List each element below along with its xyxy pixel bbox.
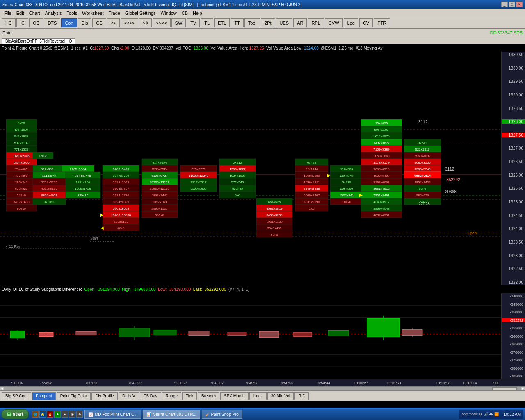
tb-oc[interactable]: OC — [29, 18, 43, 27]
info-bar: Point & Figure Chart 0.25x6 @ESM1 1 sec … — [0, 44, 525, 52]
svg-text:15x1695: 15x1695 — [375, 121, 388, 125]
tb-con[interactable]: Con — [61, 18, 77, 27]
svg-text:3703x3425: 3703x3425 — [113, 167, 129, 171]
time-849: 8:49:22 — [129, 381, 142, 385]
tb-hc[interactable]: HC — [2, 18, 16, 27]
svg-text:32x1144: 32x1144 — [306, 167, 318, 171]
svg-text:6800x4923: 6800x4923 — [41, 194, 57, 197]
price-1325-50: 1325.50 — [502, 186, 525, 191]
svg-text:985x476: 985x476 — [416, 194, 429, 197]
maximize-button[interactable]: □ — [509, 2, 515, 7]
taskbar-md-label: MD FootPrint Chart C... — [95, 412, 137, 417]
svg-text:184x0: 184x0 — [342, 200, 351, 204]
menu-chart[interactable]: Chart — [27, 10, 43, 16]
svg-text:1556x2821: 1556x2821 — [304, 180, 320, 184]
taskbar-icon-4: ★ — [54, 411, 61, 418]
chart-tab-bar: BidAskBarsOnPF_5TickReversal_IQ — [0, 37, 525, 44]
svg-text:1397x169: 1397x169 — [152, 200, 167, 204]
tb-cs[interactable]: CS — [92, 18, 106, 27]
svg-text:▶: ▶ — [359, 193, 363, 197]
tab-es-day[interactable]: ES Day — [140, 392, 161, 400]
menu-window[interactable]: Window — [158, 10, 179, 16]
minimize-button[interactable]: _ — [501, 2, 508, 7]
svg-text:942x1838: 942x1838 — [14, 135, 29, 138]
svg-text:739x30: 739x30 — [78, 194, 89, 197]
menu-file[interactable]: File — [2, 10, 14, 16]
sub-chart-svg — [0, 293, 501, 379]
tb-ptr[interactable]: PTR — [374, 18, 390, 27]
tb-ic[interactable]: IC — [16, 18, 28, 27]
price-1322-50: 1322.50 — [502, 267, 525, 271]
tab-lines[interactable]: Lines — [249, 392, 267, 400]
scroll-left-arrow[interactable]: ◄ — [0, 387, 4, 391]
chart-area: 1330.50 1330.00 1329.50 1329.00 1328.50 … — [0, 52, 525, 285]
tb-ar[interactable]: AR — [293, 18, 307, 27]
tb-ues[interactable]: UES — [276, 18, 293, 27]
tb-rpl[interactable]: RPL — [308, 18, 324, 27]
menu-analysis[interactable]: Analysis — [43, 10, 64, 16]
tb-cvw[interactable]: CVW — [325, 18, 343, 27]
svg-rect-246 — [293, 333, 312, 337]
sub-price-352292: -352292 — [502, 318, 525, 322]
svg-text:4340x3917: 4340x3917 — [373, 200, 390, 204]
tb-ltlt[interactable]: <<>> — [121, 18, 139, 27]
price-1324-00: 1324.00 — [502, 226, 525, 231]
svg-rect-222 — [0, 293, 501, 379]
tab-rd[interactable]: R D — [294, 392, 309, 400]
sub-price-385000: -385000 — [502, 374, 525, 378]
taskbar-time: 10:32 AM — [500, 412, 521, 417]
sub-info-bar: Ovrly-OHLC of Study Subgraphs Difference… — [0, 285, 525, 293]
tb-dis[interactable]: Dis — [78, 18, 92, 27]
tb-dts[interactable]: DTS — [44, 18, 60, 27]
svg-text:▶: ▶ — [327, 173, 331, 178]
h-scrollbar[interactable]: ◄ ► — [0, 386, 525, 390]
scroll-right-arrow[interactable]: ► — [521, 387, 525, 391]
tab-range[interactable]: Range — [162, 392, 181, 400]
tab-footprint[interactable]: Footprint — [32, 392, 55, 400]
title-text: Sierra Chart 683 DTN IQFeed 2011-04-20 1… — [2, 2, 301, 7]
svg-text:295x890: 295x890 — [340, 187, 353, 191]
time-950: 9:50:55 — [281, 381, 293, 385]
start-button[interactable]: ⊞ start — [2, 409, 29, 419]
tb-lt[interactable]: <> — [107, 18, 120, 27]
tab-spx-month[interactable]: SPX Month — [220, 392, 249, 400]
chart-tab-main[interactable]: BidAskBarsOnPF_5TickReversal_IQ — [2, 38, 75, 44]
tb-cv[interactable]: CV — [359, 18, 373, 27]
tab-big-sp-cont[interactable]: Big SP Cont — [2, 392, 31, 400]
menu-tools[interactable]: Tools — [64, 10, 80, 16]
svg-text:2314x1780: 2314x1780 — [113, 194, 129, 197]
tb-2pt[interactable]: 2Pt — [261, 18, 275, 27]
scroll-thumb[interactable] — [492, 387, 517, 390]
menu-help[interactable]: Help — [190, 10, 205, 16]
tab-point-fig-delta[interactable]: Point Fig Delta — [57, 392, 91, 400]
tab-breadth[interactable]: Breadth — [198, 392, 219, 400]
taskbar-paint-shop[interactable]: 🖌 Paint Shop Pro — [202, 410, 242, 419]
tb-tt[interactable]: TT — [231, 18, 243, 27]
svg-text:13703x10538: 13703x10538 — [111, 213, 131, 217]
tab-daily-v[interactable]: Daily V — [119, 392, 139, 400]
tab-dly-profile[interactable]: Dly Profile — [91, 392, 118, 400]
menu-edit[interactable]: Edit — [14, 10, 27, 16]
tab-30-min-vol[interactable]: 30 Min Vol — [267, 392, 294, 400]
tb-tl[interactable]: TL — [201, 18, 213, 27]
tb-gtlt[interactable]: >><< — [153, 18, 171, 27]
scroll-track[interactable] — [4, 387, 521, 390]
menu-trade[interactable]: Trade — [106, 10, 123, 16]
tb-sw[interactable]: SW — [171, 18, 186, 27]
tb-etl[interactable]: ETL — [214, 18, 230, 27]
menu-global-settings[interactable]: Global Settings — [123, 10, 158, 16]
taskbar-md-footprint[interactable]: 📈 MD FootPrint Chart C... — [84, 410, 141, 419]
tb-gtc[interactable]: >¢ — [139, 18, 152, 27]
menu-worksheet[interactable]: Worksheet — [80, 10, 106, 16]
svg-text:3869x4043: 3869x4043 — [373, 207, 390, 210]
tb-tv[interactable]: TV — [187, 18, 200, 27]
close-button[interactable]: ✕ — [516, 2, 523, 7]
svg-rect-245 — [259, 332, 279, 338]
tb-tool[interactable]: Tool — [244, 18, 260, 27]
taskbar-sierra-chart[interactable]: 📊 Sierra Chart 683 DTN... — [143, 410, 200, 419]
menu-cb[interactable]: CB — [179, 10, 190, 16]
svg-rect-241 — [189, 331, 209, 336]
sub-price-375000: -375000 — [502, 358, 525, 362]
tb-log[interactable]: Log — [344, 18, 358, 27]
tab-tick[interactable]: Tick — [182, 392, 197, 400]
